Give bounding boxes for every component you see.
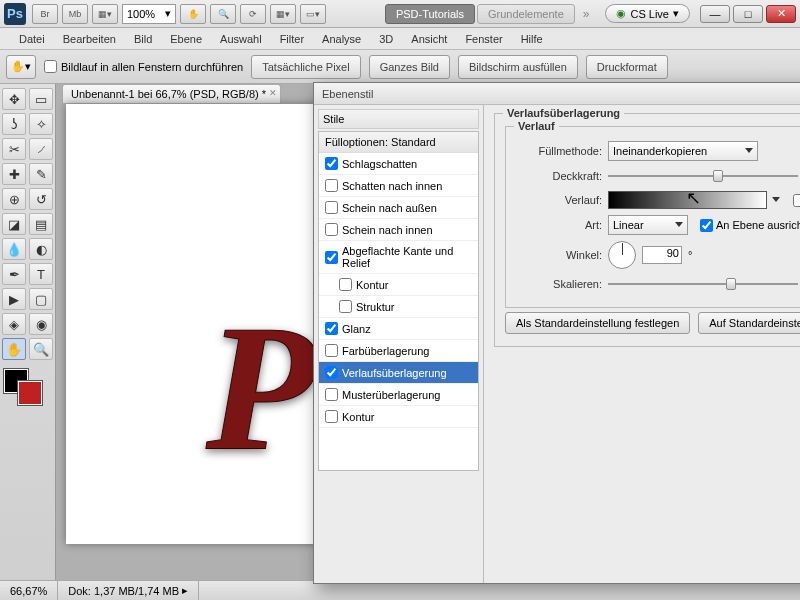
canvas-text-layer: P: [206, 284, 316, 491]
lasso-tool-icon[interactable]: ʖ: [2, 113, 26, 135]
close-tab-icon[interactable]: ✕: [269, 88, 277, 98]
style-item-1[interactable]: Schatten nach innen: [319, 175, 478, 197]
menu-auswahl[interactable]: Auswahl: [211, 30, 271, 48]
dialog-titlebar[interactable]: Ebenenstil: [314, 83, 800, 105]
eraser-tool-icon[interactable]: ◪: [2, 213, 26, 235]
style-checkbox-1[interactable]: [325, 179, 338, 192]
minibridge-button[interactable]: Mb: [62, 4, 88, 24]
style-item-7[interactable]: Glanz: [319, 318, 478, 340]
screen-mode-button[interactable]: ▭▾: [300, 4, 326, 24]
crop-tool-icon[interactable]: ✂: [2, 138, 26, 160]
pen-tool-icon[interactable]: ✒: [2, 263, 26, 285]
style-item-3[interactable]: Schein nach innen: [319, 219, 478, 241]
gradient-picker[interactable]: [608, 191, 767, 209]
eyedropper-tool-icon[interactable]: ⟋: [29, 138, 53, 160]
marquee-tool-icon[interactable]: ▭: [29, 88, 53, 110]
menu-bearbeiten[interactable]: Bearbeiten: [54, 30, 125, 48]
workspace-tab-grundelemente[interactable]: Grundelemente: [477, 4, 575, 24]
close-button[interactable]: ✕: [766, 5, 796, 23]
align-with-layer-checkbox[interactable]: An Ebene ausrichten: [700, 219, 800, 232]
style-checkbox-11[interactable]: [325, 410, 338, 423]
shape-tool-icon[interactable]: ▢: [29, 288, 53, 310]
print-size-button[interactable]: Druckformat: [586, 55, 668, 79]
angle-input[interactable]: 90: [642, 246, 682, 264]
type-tool-icon[interactable]: T: [29, 263, 53, 285]
style-item-5[interactable]: Kontur: [319, 274, 478, 296]
hand-tool-shortcut-icon[interactable]: ✋: [180, 4, 206, 24]
scroll-all-windows-checkbox[interactable]: Bildlauf in allen Fenstern durchführen: [44, 60, 243, 73]
path-selection-tool-icon[interactable]: ▶: [2, 288, 26, 310]
menu-analyse[interactable]: Analyse: [313, 30, 370, 48]
reset-default-button[interactable]: Auf Standardeinstellung: [698, 312, 800, 334]
workspace-tab-psdtutorials[interactable]: PSD-Tutorials: [385, 4, 475, 24]
menu-bild[interactable]: Bild: [125, 30, 161, 48]
fit-screen-button[interactable]: Ganzes Bild: [369, 55, 450, 79]
style-select[interactable]: Linear: [608, 215, 688, 235]
reverse-checkbox[interactable]: Umkehren: [793, 194, 800, 207]
menu-ebene[interactable]: Ebene: [161, 30, 211, 48]
hand-tool-icon[interactable]: ✋: [2, 338, 26, 360]
bridge-button[interactable]: Br: [32, 4, 58, 24]
style-checkbox-3[interactable]: [325, 223, 338, 236]
3d-tool-icon[interactable]: ◈: [2, 313, 26, 335]
style-item-8[interactable]: Farbüberlagerung: [319, 340, 478, 362]
make-default-button[interactable]: Als Standardeinstellung festlegen: [505, 312, 690, 334]
cs-live-button[interactable]: ◉CS Live▾: [605, 4, 690, 23]
background-color-swatch[interactable]: [18, 381, 42, 405]
rotate-view-shortcut-icon[interactable]: ⟳: [240, 4, 266, 24]
magic-wand-tool-icon[interactable]: ✧: [29, 113, 53, 135]
angle-dial[interactable]: [608, 241, 636, 269]
color-swatches[interactable]: [2, 369, 53, 409]
status-doc-size[interactable]: Dok: 1,37 MB/1,74 MB ▸: [58, 581, 199, 600]
zoom-display[interactable]: 100%▾: [122, 4, 176, 24]
history-brush-tool-icon[interactable]: ↺: [29, 188, 53, 210]
menu-filter[interactable]: Filter: [271, 30, 313, 48]
style-checkbox-5[interactable]: [339, 278, 352, 291]
style-item-0[interactable]: Schlagschatten: [319, 153, 478, 175]
3d-camera-tool-icon[interactable]: ◉: [29, 313, 53, 335]
maximize-button[interactable]: □: [733, 5, 763, 23]
brush-tool-icon[interactable]: ✎: [29, 163, 53, 185]
blur-tool-icon[interactable]: 💧: [2, 238, 26, 260]
opacity-slider[interactable]: [608, 168, 798, 184]
healing-brush-tool-icon[interactable]: ✚: [2, 163, 26, 185]
menu-fenster[interactable]: Fenster: [456, 30, 511, 48]
style-checkbox-4[interactable]: [325, 251, 338, 264]
status-zoom[interactable]: 66,67%: [0, 581, 58, 600]
style-checkbox-0[interactable]: [325, 157, 338, 170]
style-item-6[interactable]: Struktur: [319, 296, 478, 318]
zoom-tool-shortcut-icon[interactable]: 🔍: [210, 4, 236, 24]
menu-3d[interactable]: 3D: [370, 30, 402, 48]
move-tool-icon[interactable]: ✥: [2, 88, 26, 110]
arrange-documents-button[interactable]: ▦▾: [270, 4, 296, 24]
current-tool-icon[interactable]: ✋▾: [6, 55, 36, 79]
view-extras-button[interactable]: ▦▾: [92, 4, 118, 24]
style-item-4[interactable]: Abgeflachte Kante und Relief: [319, 241, 478, 274]
clone-stamp-tool-icon[interactable]: ⊕: [2, 188, 26, 210]
style-item-10[interactable]: Musterüberlagerung: [319, 384, 478, 406]
style-checkbox-9[interactable]: [325, 366, 338, 379]
document-tab[interactable]: Unbenannt-1 bei 66,7% (PSD, RGB/8) *✕: [62, 84, 281, 103]
blend-mode-select[interactable]: Ineinanderkopieren: [608, 141, 758, 161]
scale-slider[interactable]: [608, 276, 798, 292]
minimize-button[interactable]: —: [700, 5, 730, 23]
menu-datei[interactable]: Datei: [10, 30, 54, 48]
blending-options-item[interactable]: Fülloptionen: Standard: [319, 132, 478, 153]
style-checkbox-6[interactable]: [339, 300, 352, 313]
style-item-11[interactable]: Kontur: [319, 406, 478, 428]
menu-hilfe[interactable]: Hilfe: [512, 30, 552, 48]
style-item-2[interactable]: Schein nach außen: [319, 197, 478, 219]
gradient-tool-icon[interactable]: ▤: [29, 213, 53, 235]
menu-ansicht[interactable]: Ansicht: [402, 30, 456, 48]
zoom-tool-icon[interactable]: 🔍: [29, 338, 53, 360]
style-checkbox-8[interactable]: [325, 344, 338, 357]
fill-screen-button[interactable]: Bildschirm ausfüllen: [458, 55, 578, 79]
style-item-9[interactable]: Verlaufsüberlagerung: [319, 362, 478, 384]
actual-pixels-button[interactable]: Tatsächliche Pixel: [251, 55, 360, 79]
styles-header[interactable]: Stile: [318, 109, 479, 129]
style-checkbox-10[interactable]: [325, 388, 338, 401]
style-checkbox-2[interactable]: [325, 201, 338, 214]
workspace-overflow-icon[interactable]: »: [583, 7, 590, 21]
style-checkbox-7[interactable]: [325, 322, 338, 335]
dodge-tool-icon[interactable]: ◐: [29, 238, 53, 260]
